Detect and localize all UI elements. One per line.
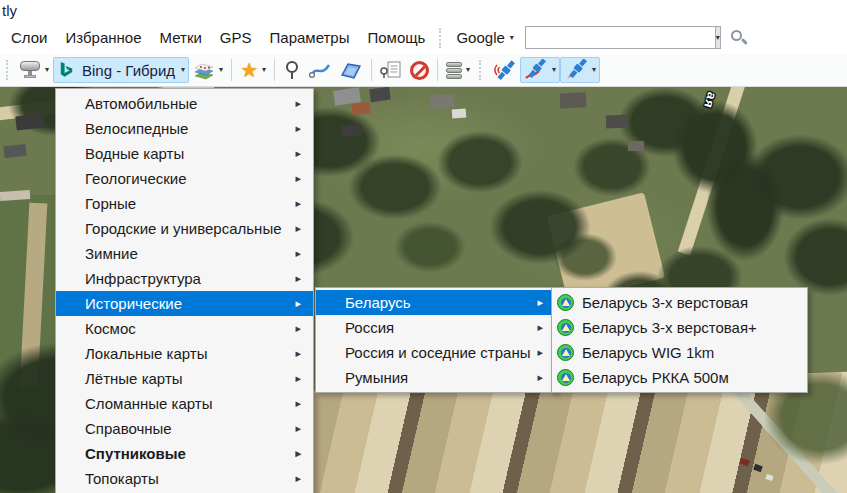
menu-item-winter[interactable]: Зимние▸ bbox=[56, 241, 313, 266]
search-engine-label: Google bbox=[456, 29, 504, 46]
submenu-arrow-icon: ▸ bbox=[295, 197, 301, 210]
active-map-button[interactable]: Bing - Гибрид ▾ bbox=[53, 57, 189, 83]
chevron-down-icon: ▾ bbox=[552, 66, 556, 74]
toolbar-separator bbox=[274, 59, 275, 81]
menu-item-space[interactable]: Космос▸ bbox=[56, 316, 313, 341]
submenu-arrow-icon: ▸ bbox=[537, 296, 543, 309]
menu-item-topo-maps[interactable]: Топокарты▸ bbox=[56, 466, 313, 491]
menu-placemarks[interactable]: Метки bbox=[151, 24, 211, 51]
submenu-arrow-icon: ▸ bbox=[295, 222, 301, 235]
search-input[interactable] bbox=[526, 27, 715, 48]
map-building bbox=[430, 94, 455, 109]
menu-item-infrastructure[interactable]: Инфраструктура▸ bbox=[56, 266, 313, 291]
main-toolbar: ▾ Bing - Гибрид ▾ ▾ ★ ▾ bbox=[0, 54, 847, 87]
menu-item-satellite[interactable]: Спутниковые▸ bbox=[56, 441, 313, 466]
map-building bbox=[3, 144, 26, 158]
menu-item-water-maps[interactable]: Водные карты▸ bbox=[56, 141, 313, 166]
menu-bar: Слои Избранное Метки GPS Параметры Помощ… bbox=[0, 21, 847, 54]
submenu-arrow-icon: ▸ bbox=[295, 97, 301, 110]
layers-icon bbox=[193, 59, 215, 81]
menu-item-historical[interactable]: Исторические▸ bbox=[56, 291, 313, 316]
menu-item-broken-maps[interactable]: Сломанные карты▸ bbox=[56, 391, 313, 416]
search-combobox: ▾ bbox=[525, 26, 721, 49]
add-path-button[interactable] bbox=[305, 57, 335, 83]
star-icon: ★ bbox=[240, 60, 258, 80]
chevron-down-icon: ▾ bbox=[592, 66, 596, 74]
disable-overlay-button[interactable] bbox=[406, 57, 433, 83]
chevron-down-icon: ▾ bbox=[219, 66, 223, 74]
toolbar-gripper[interactable] bbox=[6, 60, 10, 80]
gps-satellite-signal-icon bbox=[492, 59, 516, 81]
menu-item-belarus-3verst[interactable]: Беларусь 3-х верстовая bbox=[552, 290, 807, 315]
toolbar-gripper[interactable] bbox=[439, 28, 443, 48]
chevron-down-icon: ▾ bbox=[181, 66, 185, 74]
menu-item-local-maps[interactable]: Локальные карты▸ bbox=[56, 341, 313, 366]
placemark-icon bbox=[284, 60, 300, 80]
submenu-arrow-icon: ▸ bbox=[537, 371, 543, 384]
add-polygon-button[interactable] bbox=[335, 57, 367, 83]
window-title-text: tly bbox=[2, 2, 17, 19]
gps-connect-button[interactable] bbox=[488, 57, 520, 83]
cache-mode-button[interactable]: ▾ bbox=[442, 57, 474, 83]
map-tile-icon bbox=[557, 344, 574, 361]
submenu-arrow-icon: ▸ bbox=[295, 322, 301, 335]
search-go-button[interactable] bbox=[729, 28, 749, 48]
toolbar-gripper[interactable] bbox=[479, 60, 483, 80]
map-building bbox=[452, 109, 467, 119]
submenu-arrow-icon: ▸ bbox=[295, 447, 301, 460]
favorites-button[interactable]: ★ ▾ bbox=[236, 57, 270, 83]
menu-item-mountain[interactable]: Горные▸ bbox=[56, 191, 313, 216]
menu-item-belarus-wig-1km[interactable]: Беларусь WIG 1km bbox=[552, 340, 807, 365]
menu-item-russia[interactable]: Россия▸ bbox=[316, 315, 555, 340]
toolbar-separator bbox=[437, 59, 438, 81]
menu-gps[interactable]: GPS bbox=[211, 24, 261, 51]
map-building bbox=[560, 92, 587, 108]
search-engine-button[interactable]: Google ▾ bbox=[448, 24, 521, 51]
add-placemark-button[interactable] bbox=[279, 57, 305, 83]
menu-item-automobile[interactable]: Автомобильные▸ bbox=[56, 91, 313, 116]
menu-item-aviation-maps[interactable]: Лётные карты▸ bbox=[56, 366, 313, 391]
submenu-arrow-icon: ▸ bbox=[295, 272, 301, 285]
active-map-label: Bing - Гибрид bbox=[80, 62, 177, 79]
chevron-down-icon: ▾ bbox=[466, 66, 470, 74]
menu-item-reference[interactable]: Справочные▸ bbox=[56, 416, 313, 441]
menu-item-belarus[interactable]: Беларусь▸ bbox=[316, 290, 555, 315]
toolbar-separator bbox=[231, 59, 232, 81]
path-icon bbox=[309, 60, 331, 80]
menu-item-belarus-rkka-500m[interactable]: Беларусь РККА 500м bbox=[552, 365, 807, 390]
menu-item-bicycle[interactable]: Велосипедные▸ bbox=[56, 116, 313, 141]
menu-layers[interactable]: Слои bbox=[2, 24, 56, 51]
map-tile-icon bbox=[557, 369, 574, 386]
map-tile-icon bbox=[557, 319, 574, 336]
map-source-picker-button[interactable]: ▾ bbox=[15, 57, 53, 83]
submenu-arrow-icon: ▸ bbox=[537, 321, 543, 334]
menu-item-urban-universal[interactable]: Городские и универсальные▸ bbox=[56, 216, 313, 241]
menu-item-geological[interactable]: Геологические▸ bbox=[56, 166, 313, 191]
menu-favorites[interactable]: Избранное bbox=[56, 24, 150, 51]
submenu-arrow-icon: ▸ bbox=[295, 297, 301, 310]
polygon-icon bbox=[339, 60, 363, 80]
placemark-list-icon bbox=[380, 60, 402, 80]
layers-overlay-button[interactable]: ▾ bbox=[189, 57, 227, 83]
combo-dropdown-button[interactable]: ▾ bbox=[715, 27, 720, 48]
menu-item-romania[interactable]: Румыния▸ bbox=[316, 365, 555, 390]
menu-item-russia-neighbors[interactable]: Россия и соседние страны▸ bbox=[316, 340, 555, 365]
map-canvas[interactable]: ая Автомобильные▸ Велосипедные▸ Водные к… bbox=[0, 87, 847, 493]
chevron-down-icon: ▾ bbox=[262, 66, 266, 74]
chevron-down-icon: ▾ bbox=[716, 34, 720, 42]
submenu-arrow-icon: ▸ bbox=[295, 247, 301, 260]
menu-settings[interactable]: Параметры bbox=[261, 24, 359, 51]
submenu-arrow-icon: ▸ bbox=[295, 347, 301, 360]
map-building bbox=[341, 124, 362, 137]
gps-satellite-position-icon bbox=[564, 59, 588, 81]
menu-help[interactable]: Помощь bbox=[359, 24, 435, 51]
menu-item-belarus-3verst-plus[interactable]: Беларусь 3-х верстовая+ bbox=[552, 315, 807, 340]
gps-track-button[interactable]: ▾ bbox=[520, 57, 560, 83]
map-source-icon bbox=[19, 61, 41, 79]
submenu-arrow-icon: ▸ bbox=[295, 147, 301, 160]
placemark-manager-button[interactable] bbox=[376, 57, 406, 83]
gps-follow-button[interactable]: ▾ bbox=[560, 57, 600, 83]
database-icon bbox=[446, 62, 462, 79]
search-icon-handle bbox=[741, 37, 748, 44]
map-building bbox=[628, 141, 644, 151]
